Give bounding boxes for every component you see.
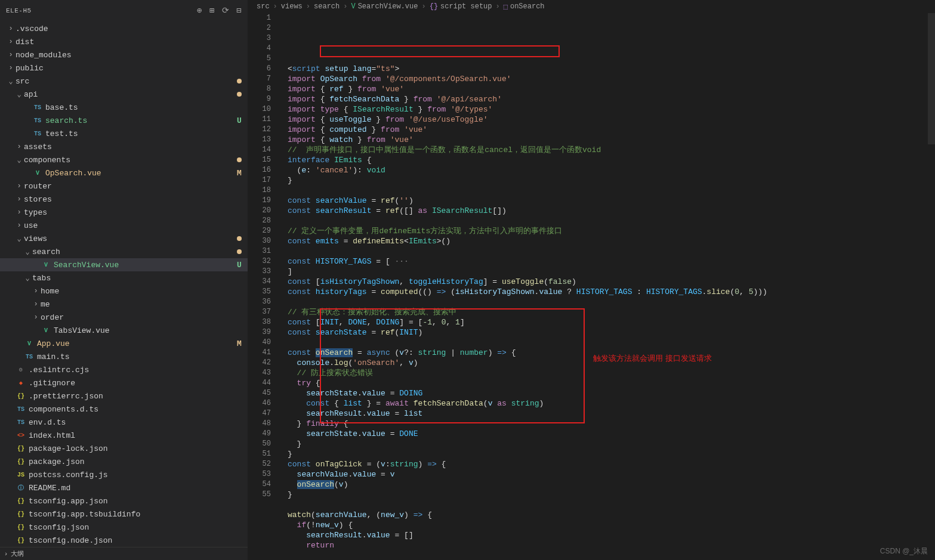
- code-line[interactable]: [288, 500, 928, 510]
- code-line[interactable]: if(!new_v) {: [288, 520, 928, 530]
- code-line[interactable]: import { computed } from 'vue': [288, 125, 928, 135]
- code-line[interactable]: [288, 185, 928, 196]
- code-line[interactable]: import { watch } from 'vue': [288, 135, 928, 145]
- code-line[interactable]: ]: [288, 267, 928, 277]
- tree-item[interactable]: ›order: [0, 311, 248, 324]
- breadcrumb-item[interactable]: search: [314, 2, 340, 11]
- new-folder-icon[interactable]: ⊞: [209, 5, 215, 16]
- code-line[interactable]: // 定义一个事件变量，用defineEmits方法实现，方法中引入声明的事件接…: [288, 226, 928, 236]
- tree-item[interactable]: ›dist: [0, 35, 248, 48]
- code-line[interactable]: searchResult.value = list: [288, 409, 928, 419]
- tree-item[interactable]: {}tsconfig.node.json: [0, 534, 248, 547]
- tree-item[interactable]: TSenv.d.ts: [0, 416, 248, 429]
- tree-item[interactable]: JSpostcss.config.js: [0, 468, 248, 481]
- code-line[interactable]: import { fetchSearchData } from '@/api/s…: [288, 94, 928, 104]
- tree-item[interactable]: ›public: [0, 61, 248, 75]
- code-line[interactable]: import type { ISearchResult } from '@/ty…: [288, 104, 928, 115]
- tree-item[interactable]: VApp.vueM: [0, 337, 248, 350]
- tree-item[interactable]: {}tsconfig.json: [0, 521, 248, 534]
- code-line[interactable]: const searchValue = ref(''): [288, 196, 928, 206]
- new-file-icon[interactable]: ⊕: [197, 5, 202, 16]
- code-editor[interactable]: 1234567891011121314151617181920282930313…: [248, 13, 935, 560]
- tree-item[interactable]: ›assets: [0, 140, 248, 153]
- tree-item[interactable]: TSbase.ts: [0, 101, 248, 114]
- code-line[interactable]: (e: 'cancel'): void: [288, 165, 928, 175]
- tree-item[interactable]: ⌄components: [0, 153, 248, 166]
- tree-item[interactable]: VTabsView.vue: [0, 324, 248, 337]
- tree-item[interactable]: {}package.json: [0, 455, 248, 468]
- code-line[interactable]: searchState.value = DOING: [288, 388, 928, 398]
- code-line[interactable]: watch(searchValue, (new_v) => {: [288, 510, 928, 520]
- breadcrumb-item[interactable]: views: [281, 2, 303, 11]
- tree-item[interactable]: TStest.ts: [0, 127, 248, 140]
- breadcrumb-item[interactable]: script setup: [440, 2, 492, 11]
- tree-item[interactable]: ›stores: [0, 193, 248, 206]
- tree-item[interactable]: VOpSearch.vueM: [0, 166, 248, 180]
- tree-item[interactable]: ⓘREADME.md: [0, 481, 248, 494]
- tree-item[interactable]: ›types: [0, 206, 248, 219]
- code-line[interactable]: }: [288, 175, 928, 185]
- code-line[interactable]: }: [288, 449, 928, 459]
- tree-item[interactable]: VSearchView.vueU: [0, 258, 248, 271]
- code-line[interactable]: try {: [288, 378, 928, 388]
- tree-item[interactable]: ◆.gitignore: [0, 376, 248, 389]
- code-line[interactable]: interface IEmits {: [288, 155, 928, 165]
- code-content[interactable]: 触发该方法就会调用 接口发送请求 <script setup lang="ts"…: [282, 13, 928, 560]
- tree-item[interactable]: ⌄api: [0, 88, 248, 101]
- tree-item[interactable]: <>index.html: [0, 429, 248, 442]
- tree-item[interactable]: TScomponents.d.ts: [0, 403, 248, 416]
- tree-item[interactable]: ›router: [0, 180, 248, 193]
- tree-item[interactable]: ⌄tabs: [0, 271, 248, 284]
- tree-item[interactable]: {}tsconfig.app.json: [0, 494, 248, 508]
- breadcrumb-item[interactable]: src: [257, 2, 270, 11]
- minimap-thumb[interactable]: [928, 13, 935, 144]
- code-line[interactable]: } finally {: [288, 419, 928, 429]
- code-line[interactable]: searchResult.value = []: [288, 530, 928, 540]
- code-line[interactable]: [288, 297, 928, 307]
- code-line[interactable]: [288, 216, 928, 226]
- tree-item[interactable]: ›home: [0, 284, 248, 298]
- minimap[interactable]: [928, 13, 935, 560]
- tree-item[interactable]: ›node_modules: [0, 48, 248, 61]
- code-line[interactable]: searchValue.value = v: [288, 469, 928, 479]
- outline-section[interactable]: › 大纲: [0, 547, 248, 560]
- tree-item[interactable]: ⌄search: [0, 245, 248, 258]
- breadcrumb-item[interactable]: SearchView.vue: [358, 2, 418, 11]
- code-line[interactable]: const HISTORY_TAGS = [ ···: [288, 256, 928, 267]
- code-line[interactable]: return: [288, 540, 928, 550]
- code-line[interactable]: [288, 338, 928, 348]
- code-line[interactable]: const searchState = ref(INIT): [288, 327, 928, 338]
- code-line[interactable]: }: [288, 439, 928, 449]
- tree-item[interactable]: {}package-lock.json: [0, 442, 248, 455]
- collapse-icon[interactable]: ⊟: [236, 5, 242, 16]
- code-line[interactable]: const { list } = await fetchSearchData(v…: [288, 398, 928, 409]
- tree-item[interactable]: ⌄views: [0, 232, 248, 245]
- tree-item[interactable]: ›use: [0, 219, 248, 232]
- file-tree[interactable]: ›.vscode›dist›node_modules›public⌄src⌄ap…: [0, 21, 248, 547]
- code-line[interactable]: // 防止搜索状态错误: [288, 368, 928, 378]
- code-line[interactable]: // 声明事件接口，接口中属性值是一个函数，函数名是cancel，返回值是一个函…: [288, 145, 928, 155]
- tree-item[interactable]: TSsearch.tsU: [0, 114, 248, 127]
- tree-item[interactable]: ›.vscode: [0, 22, 248, 35]
- code-line[interactable]: [288, 246, 928, 256]
- code-line[interactable]: // 有三种状态：搜索初始化、搜索完成、搜索中: [288, 307, 928, 317]
- code-line[interactable]: onSearch(v): [288, 479, 928, 490]
- code-line[interactable]: <script setup lang="ts">: [288, 64, 928, 74]
- code-line[interactable]: import OpSearch from '@/components/OpSea…: [288, 74, 928, 84]
- code-line[interactable]: searchState.value = DONE: [288, 429, 928, 439]
- tree-item[interactable]: ⌄src: [0, 75, 248, 88]
- refresh-icon[interactable]: ⟳: [222, 5, 230, 16]
- tree-item[interactable]: ›me: [0, 298, 248, 311]
- tree-item[interactable]: {}.prettierrc.json: [0, 389, 248, 403]
- tree-item[interactable]: {}tsconfig.app.tsbuildinfo: [0, 508, 248, 521]
- tree-item[interactable]: ⚙.eslintrc.cjs: [0, 363, 248, 376]
- code-line[interactable]: import { useToggle } from '@/use/useTogg…: [288, 115, 928, 125]
- breadcrumb-item[interactable]: onSearch: [510, 2, 545, 11]
- breadcrumb[interactable]: src› views› search› V SearchView.vue› {}…: [248, 0, 935, 13]
- code-line[interactable]: const [isHistoryTagShown, toggleHistoryT…: [288, 277, 928, 287]
- code-line[interactable]: const searchResult = ref([] as ISearchRe…: [288, 206, 928, 216]
- code-line[interactable]: const [INIT, DONE, DOING] = [-1, 0, 1]: [288, 317, 928, 327]
- tree-item[interactable]: TSmain.ts: [0, 350, 248, 363]
- code-line[interactable]: const emits = defineEmits<IEmits>(): [288, 236, 928, 246]
- code-line[interactable]: import { ref } from 'vue': [288, 84, 928, 94]
